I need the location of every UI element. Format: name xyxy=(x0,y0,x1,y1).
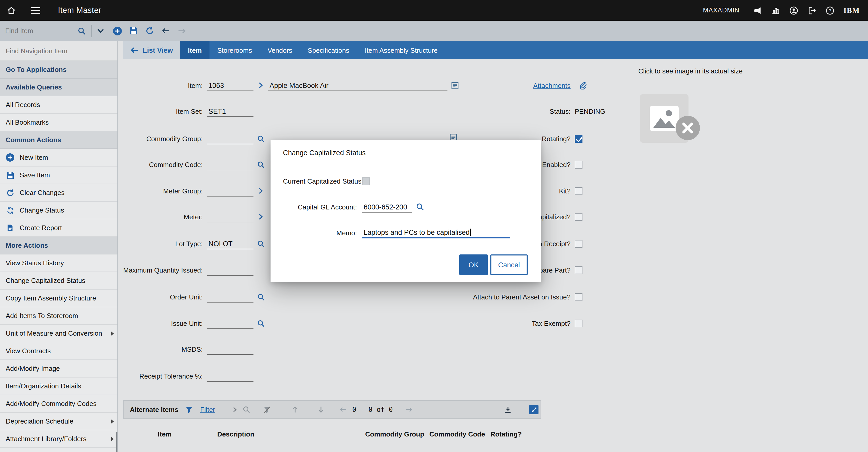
sidebar-item-attachment-library-folders[interactable]: Attachment Library/Folders xyxy=(0,430,117,448)
capital-gl-account-input[interactable]: 6000-652-200 xyxy=(362,201,412,212)
ok-button[interactable]: OK xyxy=(459,254,488,275)
search-icon[interactable] xyxy=(257,319,265,327)
meter-group-input[interactable] xyxy=(207,185,253,196)
back-to-list-view[interactable]: List View xyxy=(123,41,180,59)
column-header-item[interactable]: Item xyxy=(158,430,172,438)
sidebar-item-new-item[interactable]: New Item xyxy=(0,149,117,166)
report-chart-icon[interactable] xyxy=(771,6,780,15)
sidebar-item-create-report[interactable]: Create Report xyxy=(0,219,117,237)
tab-item[interactable]: Item xyxy=(180,41,210,59)
next-row-icon[interactable] xyxy=(317,406,325,414)
sidebar-item-add-items-to-storeroom[interactable]: Add Items To Storeroom xyxy=(0,307,117,325)
msds-input[interactable] xyxy=(207,344,253,355)
column-header-rotating[interactable]: Rotating? xyxy=(490,430,522,438)
sidebar-scrollbar-thumb[interactable] xyxy=(116,432,117,452)
column-header-commodity-code[interactable]: Commodity Code xyxy=(429,430,485,438)
announcement-icon[interactable] xyxy=(753,6,762,15)
search-icon[interactable] xyxy=(243,406,250,414)
item-set-input[interactable]: SET1 xyxy=(207,106,253,117)
search-icon[interactable] xyxy=(257,161,265,168)
sidebar-section-more-actions[interactable]: More Actions xyxy=(0,237,117,254)
previous-record-icon[interactable] xyxy=(161,26,170,35)
meter-input[interactable] xyxy=(207,211,253,222)
sidebar-item-change-status[interactable]: Change Status xyxy=(0,202,117,219)
sidebar-item-change-capitalized-status[interactable]: Change Capitalized Status xyxy=(0,272,117,290)
find-navigation-input[interactable] xyxy=(0,47,117,55)
condition-enabled-checkbox[interactable] xyxy=(575,161,583,168)
sidebar-item-all-records[interactable]: All Records xyxy=(0,96,117,114)
tab-storerooms[interactable]: Storerooms xyxy=(210,41,260,59)
find-item-input[interactable] xyxy=(0,27,78,35)
sidebar-item-view-status-history[interactable]: View Status History xyxy=(0,254,117,272)
clear-changes-icon[interactable] xyxy=(145,26,154,35)
search-icon[interactable] xyxy=(257,293,265,301)
filter-link[interactable]: Filter xyxy=(200,406,215,414)
current-capitalized-status-checkbox xyxy=(362,177,370,185)
rotating-checkbox[interactable] xyxy=(575,135,583,142)
attach-to-parent-asset-checkbox[interactable] xyxy=(575,293,583,301)
remove-image-button[interactable] xyxy=(676,116,700,140)
sidebar-item-all-bookmarks[interactable]: All Bookmarks xyxy=(0,114,117,131)
cancel-button[interactable]: Cancel xyxy=(490,254,528,275)
maximum-quantity-issued-input[interactable] xyxy=(207,264,253,276)
tab-vendors[interactable]: Vendors xyxy=(260,41,300,59)
commodity-group-input[interactable] xyxy=(207,133,253,144)
sidebar-item-copy-item-assembly-structure[interactable]: Copy Item Assembly Structure xyxy=(0,290,117,307)
search-icon[interactable] xyxy=(257,135,265,142)
chevron-right-icon[interactable] xyxy=(257,82,264,89)
sidebar-item-clear-changes[interactable]: Clear Changes xyxy=(0,184,117,202)
issue-unit-input[interactable] xyxy=(207,318,253,329)
search-icon[interactable] xyxy=(257,240,265,248)
search-icon[interactable] xyxy=(416,203,424,211)
chevron-right-icon[interactable] xyxy=(232,407,238,413)
previous-row-icon[interactable] xyxy=(291,406,299,414)
sidebar-item-duplicate-item[interactable]: Duplicate Item xyxy=(0,448,117,452)
chevron-right-icon[interactable] xyxy=(257,213,264,220)
save-record-icon[interactable] xyxy=(129,26,138,35)
new-record-icon[interactable] xyxy=(113,26,122,35)
sidebar-section-common-actions[interactable]: Common Actions xyxy=(0,131,117,149)
memo-input[interactable]: Laptops and PCs to be capitalised xyxy=(362,227,510,238)
attachments-link[interactable]: Attachments xyxy=(533,82,570,89)
filter-icon[interactable] xyxy=(185,406,193,414)
item-input[interactable]: 1063 xyxy=(207,80,253,91)
chevron-down-icon[interactable] xyxy=(97,27,104,35)
order-unit-input[interactable] xyxy=(207,291,253,302)
spare-part-checkbox[interactable] xyxy=(575,266,583,274)
logout-icon[interactable] xyxy=(807,6,816,15)
column-header-description[interactable]: Description xyxy=(217,430,254,438)
sidebar-item-add-modify-commodity-codes[interactable]: Add/Modify Commodity Codes xyxy=(0,395,117,413)
help-icon[interactable]: ? xyxy=(825,6,834,15)
capitalized-checkbox[interactable] xyxy=(575,213,583,221)
sidebar-item-save-item[interactable]: Save Item xyxy=(0,166,117,184)
tab-item-assembly-structure[interactable]: Item Assembly Structure xyxy=(357,41,445,59)
sidebar-item-unit-of-measure-and-conversion[interactable]: Unit of Measure and Conversion xyxy=(0,325,117,342)
previous-page-icon[interactable] xyxy=(339,406,347,414)
receipt-tolerance-input[interactable] xyxy=(207,370,253,381)
sidebar-item-view-contracts[interactable]: View Contracts xyxy=(0,342,117,360)
tax-exempt-checkbox[interactable] xyxy=(575,319,583,327)
sidebar-section-go-to-applications[interactable]: Go To Applications xyxy=(0,61,117,78)
sidebar-section-available-queries[interactable]: Available Queries xyxy=(0,78,117,96)
commodity-code-input[interactable] xyxy=(207,159,253,170)
user-profile-icon[interactable] xyxy=(789,6,798,15)
menu-icon[interactable] xyxy=(27,0,44,21)
kit-checkbox[interactable] xyxy=(575,187,583,195)
home-button[interactable] xyxy=(0,0,23,21)
next-record-icon[interactable] xyxy=(178,26,186,35)
paperclip-icon[interactable] xyxy=(578,81,587,90)
download-icon[interactable] xyxy=(504,406,512,414)
lot-type-input[interactable]: NOLOT xyxy=(207,238,253,249)
sidebar-item-depreciation-schedule[interactable]: Depreciation Schedule xyxy=(0,413,117,430)
expand-table-icon[interactable] xyxy=(529,405,538,414)
item-description-input[interactable]: Apple MacBook Air xyxy=(268,80,447,91)
sidebar-item-add-modify-image[interactable]: Add/Modify Image xyxy=(0,360,117,378)
sidebar-item-item-organization-details[interactable]: Item/Organization Details xyxy=(0,378,117,395)
chevron-right-icon[interactable] xyxy=(257,187,264,194)
inspect-on-receipt-checkbox[interactable] xyxy=(575,240,583,248)
search-icon[interactable] xyxy=(78,27,86,35)
tab-specifications[interactable]: Specifications xyxy=(300,41,357,59)
next-page-icon[interactable] xyxy=(405,406,413,414)
clear-filter-icon[interactable] xyxy=(263,406,271,414)
column-header-commodity-group[interactable]: Commodity Group xyxy=(365,430,424,438)
